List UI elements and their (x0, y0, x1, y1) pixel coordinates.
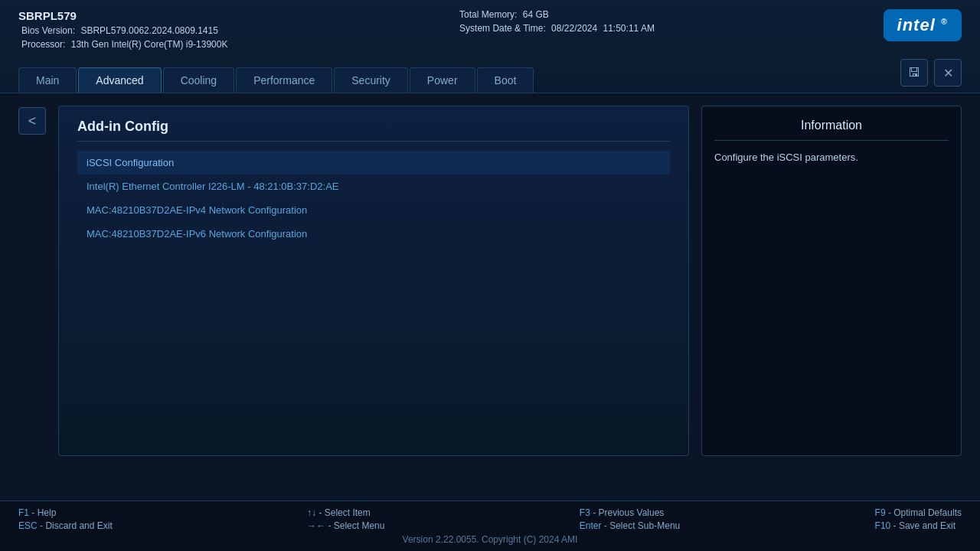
panel-title: Add-in Config (77, 119, 670, 142)
f3-prev-values: F3 - Previous Values (580, 507, 680, 518)
tab-boot[interactable]: Boot (477, 67, 534, 93)
back-button[interactable]: < (18, 107, 46, 135)
f10-save-exit: F10 - Save and Exit (875, 520, 962, 531)
tab-cooling[interactable]: Cooling (163, 67, 234, 93)
menu-item-ipv6[interactable]: MAC:48210B37D2AE-IPv6 Network Configurat… (77, 222, 670, 246)
esc-discard: ESC - Discard and Exit (18, 520, 113, 531)
footer-keys: F1 - Help ESC - Discard and Exit ↑↓ - Se… (18, 507, 962, 531)
close-icon: ✕ (943, 66, 953, 80)
menu-item-iscsi[interactable]: iSCSI Configuration (77, 151, 670, 174)
f1-help: F1 - Help (18, 507, 113, 518)
memory-row: Total Memory: 64 GB (456, 9, 655, 20)
tab-main[interactable]: Main (18, 67, 77, 93)
footer-version: Version 2.22.0055. Copyright (C) 2024 AM… (18, 534, 962, 545)
enter-sub-menu: Enter - Select Sub-Menu (580, 520, 680, 531)
tab-advanced[interactable]: Advanced (78, 67, 161, 93)
save-button[interactable]: 🖫 (900, 59, 928, 86)
intel-logo: intel ® (884, 9, 962, 41)
system-info: SBRPL579 Bios Version: SBRPL579.0062.202… (18, 9, 227, 50)
system-model: SBRPL579 (18, 9, 227, 22)
menu-item-ethernet[interactable]: Intel(R) Ethernet Controller I226-LM - 4… (77, 174, 670, 198)
f9-optimal: F9 - Optimal Defaults (875, 507, 962, 518)
menu-item-ipv4[interactable]: MAC:48210B37D2AE-IPv4 Network Configurat… (77, 198, 670, 222)
footer-col-left: F1 - Help ESC - Discard and Exit (18, 507, 113, 531)
enter-select-menu: →← - Select Menu (307, 520, 384, 531)
datetime-row: System Date & Time: 08/22/2024 11:50:11 … (456, 23, 655, 34)
header: SBRPL579 Bios Version: SBRPL579.0062.202… (0, 0, 980, 93)
arrows-select-item: ↑↓ - Select Item (307, 507, 384, 518)
footer-col-right: F9 - Optimal Defaults F10 - Save and Exi… (875, 507, 962, 531)
save-icon: 🖫 (908, 66, 920, 80)
back-arrow-icon: < (28, 113, 37, 129)
tab-power[interactable]: Power (410, 67, 475, 93)
info-title: Information (714, 119, 949, 141)
nav-tabs: Main Advanced Cooling Performance Securi… (18, 64, 534, 93)
tab-performance[interactable]: Performance (236, 67, 332, 93)
main-content: < Add-in Config iSCSI Configuration Inte… (0, 93, 980, 468)
bios-version-row: Bios Version: SBRPL579.0062.2024.0809.14… (18, 25, 227, 36)
footer-col-center: ↑↓ - Select Item →← - Select Menu (307, 507, 384, 531)
info-panel: Information Configure the iSCSI paramete… (701, 106, 962, 456)
footer-col-right-mid: F3 - Previous Values Enter - Select Sub-… (580, 507, 680, 531)
close-button[interactable]: ✕ (934, 59, 962, 86)
info-text: Configure the iSCSI parameters. (714, 150, 949, 165)
content-panel: Add-in Config iSCSI Configuration Intel(… (58, 106, 689, 456)
footer: F1 - Help ESC - Discard and Exit ↑↓ - Se… (0, 500, 980, 551)
tab-security[interactable]: Security (334, 67, 408, 93)
system-stats: Total Memory: 64 GB System Date & Time: … (456, 9, 655, 34)
processor-row: Processor: 13th Gen Intel(R) Core(TM) i9… (18, 39, 227, 50)
